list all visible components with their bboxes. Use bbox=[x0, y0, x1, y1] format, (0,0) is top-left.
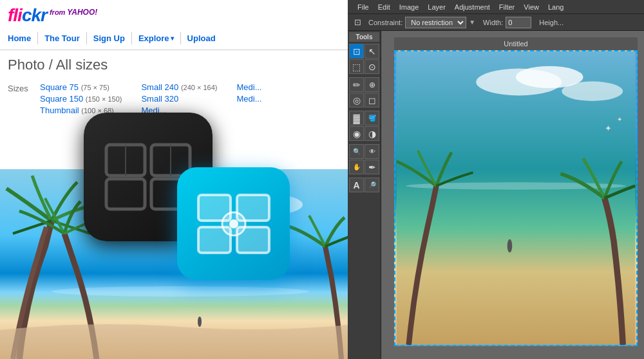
tools-header: Tools bbox=[349, 32, 379, 42]
ps-main-area: Tools ⊡ ↖ ⬚ ⊙ ✏ ⊕ ◎ ◻ ▓ 🪣 ◉ ◑ bbox=[348, 31, 644, 359]
sizes-section: Sizes Square 75 (75 × 75) Square 150 (15… bbox=[8, 82, 353, 115]
tool-blur[interactable]: ◉ bbox=[349, 126, 364, 141]
width-input[interactable] bbox=[506, 17, 531, 28]
flickr-header: flickr from YAHOO! Home The Tour Sign Up… bbox=[0, 0, 361, 50]
svg-point-12 bbox=[507, 239, 513, 253]
nav-signup[interactable]: Sign Up bbox=[87, 32, 132, 44]
tool-zoom[interactable]: 🔎 bbox=[365, 178, 379, 192]
photoshop-panel: File Edit Image Layer Adjustment Filter … bbox=[348, 0, 644, 359]
canvas-beach-svg: ✦ ✦ bbox=[395, 51, 636, 345]
tool-gradient[interactable]: ▓ bbox=[349, 111, 364, 125]
flickr-nav: Home The Tour Sign Up Explore ▾ Upload bbox=[8, 30, 353, 47]
tool-magnify[interactable]: 🔍 bbox=[349, 144, 364, 159]
crop-tool-icon[interactable]: ⊡ bbox=[352, 17, 363, 28]
svg-point-26 bbox=[229, 219, 238, 228]
tool-clone[interactable]: ◎ bbox=[349, 93, 364, 107]
tool-heal[interactable]: ⊕ bbox=[365, 77, 379, 92]
tool-paint-bucket[interactable]: 🪣 bbox=[365, 111, 379, 125]
tool-lasso[interactable]: ⊙ bbox=[365, 59, 379, 74]
svg-rect-17 bbox=[106, 179, 145, 209]
width-label: Width: bbox=[483, 19, 503, 26]
tool-type[interactable]: A bbox=[349, 178, 364, 192]
canvas-title-bar: Untitled bbox=[394, 37, 638, 50]
size-small240[interactable]: Small 240 (240 × 164) bbox=[141, 82, 217, 92]
page-title-photo: Photo bbox=[8, 57, 45, 73]
explore-chevron-icon: ▾ bbox=[171, 35, 174, 42]
page-title: Photo / All sizes bbox=[8, 57, 353, 73]
svg-point-5 bbox=[52, 286, 309, 297]
menu-file[interactable]: File bbox=[353, 2, 374, 12]
ps-canvas: Untitled bbox=[381, 31, 644, 359]
sizes-col-1: Square 75 (75 × 75) Square 150 (150 × 15… bbox=[40, 82, 122, 115]
from-label: from bbox=[50, 8, 65, 16]
size-medium2[interactable]: Medi... bbox=[236, 82, 261, 92]
page-title-sizes: / All sizes bbox=[49, 57, 108, 73]
nav-tour[interactable]: The Tour bbox=[38, 32, 87, 44]
tool-history[interactable]: ◻ bbox=[365, 93, 379, 107]
tool-select-rect[interactable]: ⬚ bbox=[349, 59, 364, 74]
tools-group-1: ⊡ ↖ ⬚ ⊙ bbox=[349, 44, 379, 74]
nav-explore[interactable]: Explore ▾ bbox=[132, 32, 181, 44]
tools-group-4: 🔍 👁 ✋ ✒ bbox=[349, 144, 379, 174]
tool-hand[interactable]: ✋ bbox=[349, 160, 364, 174]
constraint-select[interactable]: No restriction bbox=[405, 17, 466, 28]
tool-brush[interactable]: ✏ bbox=[349, 77, 364, 92]
size-small320[interactable]: Small 320 bbox=[141, 94, 217, 104]
yahoo-from-text: from YAHOO! bbox=[50, 8, 97, 17]
menu-adjustment[interactable]: Adjustment bbox=[450, 2, 495, 12]
tools-group-5: A 🔎 bbox=[349, 178, 379, 192]
canvas-image[interactable]: ✦ ✦ bbox=[394, 50, 638, 346]
sizes-col-2: Small 240 (240 × 164) Small 320 Medi... bbox=[141, 82, 217, 115]
menu-edit[interactable]: Edit bbox=[374, 2, 395, 12]
tool-measure[interactable]: ✒ bbox=[365, 160, 379, 174]
ps-tools-palette: Tools ⊡ ↖ ⬚ ⊙ ✏ ⊕ ◎ ◻ ▓ 🪣 ◉ ◑ bbox=[348, 31, 381, 359]
menu-view[interactable]: View bbox=[519, 2, 544, 12]
menu-filter[interactable]: Filter bbox=[495, 2, 519, 12]
size-medium3[interactable]: Medi... bbox=[236, 94, 261, 104]
ps-options-toolbar: ⊡ Constraint: No restriction ▼ Width: He… bbox=[348, 14, 644, 31]
height-label: Heigh... bbox=[539, 19, 564, 26]
constraint-label: Constraint: bbox=[368, 19, 402, 26]
sizes-label: Sizes bbox=[8, 82, 40, 115]
tool-dodge[interactable]: ◑ bbox=[365, 126, 379, 141]
ps-menubar: File Edit Image Layer Adjustment Filter … bbox=[348, 0, 644, 14]
tool-crop[interactable]: ⊡ bbox=[349, 44, 364, 59]
svg-text:✦: ✦ bbox=[605, 124, 612, 133]
svg-text:✦: ✦ bbox=[617, 116, 622, 123]
svg-point-6 bbox=[198, 317, 202, 327]
tool-eyedrop[interactable]: 👁 bbox=[365, 144, 379, 159]
blue-app-icon bbox=[177, 167, 290, 280]
flickr-logo-text: flickr bbox=[8, 5, 47, 26]
select-arrow-icon: ▼ bbox=[469, 19, 475, 26]
blue-icon-svg bbox=[195, 192, 272, 256]
size-square150[interactable]: Square 150 (150 × 150) bbox=[40, 94, 122, 104]
flickr-logo: flickr from YAHOO! bbox=[8, 5, 353, 26]
nav-home[interactable]: Home bbox=[8, 32, 38, 44]
menu-image[interactable]: Image bbox=[395, 2, 424, 12]
tools-group-3: ▓ 🪣 ◉ ◑ bbox=[349, 111, 379, 141]
nav-upload[interactable]: Upload bbox=[181, 32, 222, 44]
tool-pointer[interactable]: ↖ bbox=[365, 44, 379, 59]
yahoo-logo: YAHOO! bbox=[67, 8, 97, 17]
overlay-icons bbox=[84, 113, 290, 280]
canvas-title: Untitled bbox=[504, 40, 527, 48]
sizes-col-3: Medi... Medi... bbox=[236, 82, 261, 115]
size-square75[interactable]: Square 75 (75 × 75) bbox=[40, 82, 122, 92]
menu-lang[interactable]: Lang bbox=[544, 2, 568, 12]
svg-point-10 bbox=[562, 82, 623, 101]
menu-layer[interactable]: Layer bbox=[423, 2, 450, 12]
tools-group-2: ✏ ⊕ ◎ ◻ bbox=[349, 77, 379, 107]
